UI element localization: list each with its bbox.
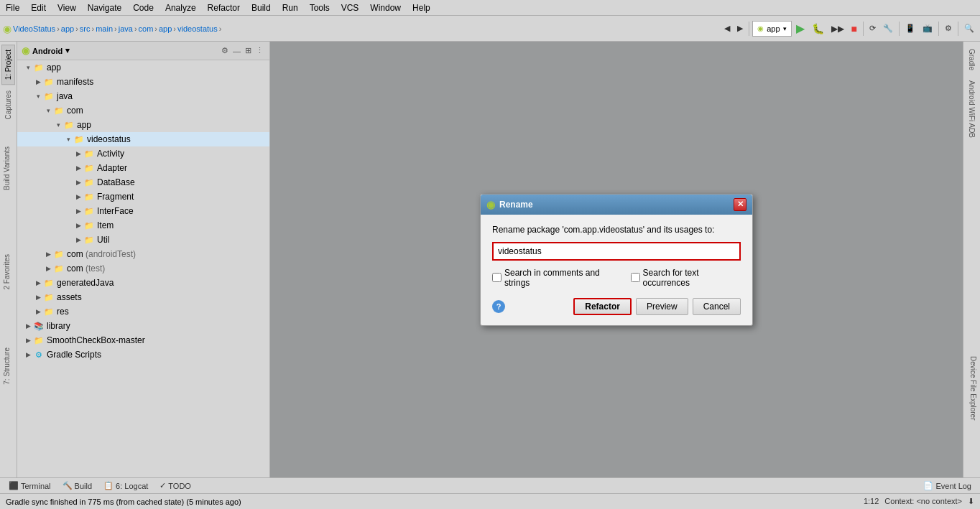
- left-sidebar: 1: Project Captures Build Variants 2 Fav…: [0, 42, 17, 477]
- menu-refactor[interactable]: Refactor: [202, 1, 246, 14]
- tree-item-generatedjava[interactable]: ▶ 📁 generatedJava: [17, 276, 269, 290]
- right-tab-device-explorer[interactable]: Device File Explorer: [968, 353, 979, 423]
- menu-vcs[interactable]: VCS: [336, 1, 365, 14]
- breadcrumb: ◉ VideoStatus › app › src › main › java …: [3, 23, 221, 34]
- tree-item-fragment[interactable]: ▶ 📁 Fragment: [17, 190, 269, 204]
- rename-input[interactable]: [492, 242, 741, 261]
- checkbox-comments-input[interactable]: [492, 273, 501, 282]
- menu-build[interactable]: Build: [246, 1, 277, 14]
- tree-item-util[interactable]: ▶ 📁 Util: [17, 233, 269, 247]
- bottom-tab-build[interactable]: 🔨 Build: [60, 480, 95, 491]
- tree-item-java[interactable]: ▾ 📁 java: [17, 89, 269, 103]
- tree-item-com-androidtest[interactable]: ▶ 📁 com (androidTest): [17, 247, 269, 261]
- bottom-tab-todo[interactable]: ✓ TODO: [157, 480, 194, 491]
- tree-item-app[interactable]: ▾ 📁 app: [17, 60, 269, 75]
- tree-item-com-test[interactable]: ▶ 📁 com (test): [17, 261, 269, 276]
- menu-window[interactable]: Window: [364, 1, 407, 14]
- project-panel: ◉ Android ▾ ⚙ — ⊞ ⋮ ▾ 📁 app ▶: [17, 42, 270, 477]
- tree-item-library[interactable]: ▶ 📚 library: [17, 319, 269, 333]
- gradle-btn[interactable]: 🔧: [880, 22, 896, 34]
- debug-button[interactable]: 🐛: [809, 22, 827, 36]
- menu-view[interactable]: View: [52, 1, 82, 14]
- search-btn[interactable]: 🔍: [961, 22, 977, 34]
- modal-footer: ? Refactor Preview Cancel: [492, 298, 741, 315]
- tree-item-manifests[interactable]: ▶ 📁 manifests: [17, 75, 269, 89]
- expand-arrow-database: ▶: [73, 179, 83, 186]
- panel-dropdown-arrow[interactable]: ▾: [65, 46, 70, 55]
- expand-arrow-library: ▶: [23, 322, 33, 330]
- menu-code[interactable]: Code: [127, 1, 160, 14]
- tree-item-app-inner[interactable]: ▾ 📁 app: [17, 118, 269, 132]
- refactor-button[interactable]: Refactor: [573, 298, 632, 315]
- event-log-icon: 📄: [923, 481, 933, 490]
- run-config-dropdown[interactable]: ◉ app ▾: [752, 21, 791, 37]
- tree-item-gradle-scripts[interactable]: ▶ ⚙ Gradle Scripts: [17, 347, 269, 362]
- gradle-icon: ⚙: [33, 349, 45, 360]
- panel-collapse-btn[interactable]: —: [231, 45, 242, 56]
- bottom-tab-terminal[interactable]: ⬛ Terminal: [6, 480, 54, 491]
- left-tab-build-variants[interactable]: Build Variants: [1, 144, 12, 193]
- stop-button[interactable]: ■: [849, 22, 860, 36]
- checkbox-comments[interactable]: Search in comments and strings: [492, 268, 619, 288]
- tree-item-res[interactable]: ▶ 📁 res: [17, 304, 269, 319]
- left-tab-favorites[interactable]: 2 Favorites: [1, 251, 12, 292]
- toolbar-sep3: [899, 22, 900, 36]
- toolbar-forward-btn[interactable]: ▶: [734, 22, 746, 34]
- menu-edit[interactable]: Edit: [25, 1, 52, 14]
- tree-item-adapter[interactable]: ▶ 📁 Adapter: [17, 161, 269, 175]
- tree-item-com[interactable]: ▾ 📁 com: [17, 103, 269, 118]
- run-with-coverage-btn[interactable]: ▶▶: [828, 22, 847, 35]
- tree-item-assets[interactable]: ▶ 📁 assets: [17, 290, 269, 304]
- tree-item-item[interactable]: ▶ 📁 Item: [17, 218, 269, 233]
- build-icon: 🔨: [63, 481, 73, 490]
- folder-icon-app-inner: 📁: [63, 119, 75, 131]
- tree-item-videostatus[interactable]: ▾ 📁 videostatus: [17, 132, 269, 146]
- folder-icon-assets: 📁: [43, 291, 55, 303]
- left-tab-captures[interactable]: Captures: [2, 86, 14, 124]
- menu-analyze[interactable]: Analyze: [160, 1, 202, 14]
- left-tab-project[interactable]: 1: Project: [1, 45, 15, 85]
- checkbox-text-input[interactable]: [631, 273, 640, 282]
- right-tab-gradle[interactable]: Gradle: [966, 45, 978, 75]
- run-button[interactable]: ▶: [793, 20, 808, 37]
- panel-header: ◉ Android ▾ ⚙ — ⊞ ⋮: [17, 42, 269, 60]
- checkbox-text[interactable]: Search for text occurrences: [631, 268, 741, 288]
- breadcrumb-videostatus[interactable]: VideoStatus: [13, 24, 55, 33]
- tree-item-activity[interactable]: ▶ 📁 Activity: [17, 146, 269, 161]
- help-button[interactable]: ?: [492, 300, 505, 313]
- tree-item-interface[interactable]: ▶ 📁 InterFace: [17, 204, 269, 218]
- breadcrumb-com[interactable]: com: [139, 24, 154, 33]
- modal-title: ◉ Rename: [486, 199, 533, 210]
- breadcrumb-java[interactable]: java: [119, 24, 133, 33]
- panel-settings-btn[interactable]: ⚙: [220, 45, 230, 56]
- breadcrumb-app2[interactable]: app: [159, 24, 172, 33]
- panel-expand-btn[interactable]: ⊞: [244, 45, 253, 56]
- tree-label-smoothcheckbox: SmoothCheckBox-master: [47, 335, 145, 345]
- left-tab-structure[interactable]: 7: Structure: [1, 345, 12, 388]
- event-log-tab[interactable]: 📄 Event Log: [920, 480, 974, 491]
- bottom-tab-logcat[interactable]: 📋 6: Logcat: [101, 480, 151, 491]
- toolbar-back-btn[interactable]: ◀: [721, 22, 733, 34]
- menu-help[interactable]: Help: [407, 1, 436, 14]
- settings-btn[interactable]: ⚙: [942, 22, 955, 34]
- tree-item-smoothcheckbox[interactable]: ▶ 📁 SmoothCheckBox-master: [17, 333, 269, 347]
- folder-icon-smoothcheckbox: 📁: [33, 335, 45, 346]
- breadcrumb-src[interactable]: src: [80, 24, 91, 33]
- sdk-manager-btn[interactable]: 📱: [902, 22, 918, 34]
- cancel-button[interactable]: Cancel: [693, 298, 741, 315]
- avd-manager-btn[interactable]: 📺: [920, 22, 935, 34]
- menu-navigate[interactable]: Navigate: [82, 1, 127, 14]
- modal-close-button[interactable]: ✕: [734, 198, 746, 211]
- menu-file[interactable]: File: [0, 1, 25, 14]
- breadcrumb-main[interactable]: main: [96, 24, 113, 33]
- menu-tools[interactable]: Tools: [304, 1, 336, 14]
- breadcrumb-videostatus2[interactable]: videostatus: [177, 24, 218, 33]
- menu-run[interactable]: Run: [277, 1, 304, 14]
- panel-gear-btn[interactable]: ⋮: [254, 45, 265, 56]
- preview-button[interactable]: Preview: [636, 298, 688, 315]
- right-tab-wifi-adb[interactable]: Android WiFi ADB: [966, 76, 978, 142]
- sync-btn[interactable]: ⟳: [866, 22, 879, 34]
- tree-item-database[interactable]: ▶ 📁 DataBase: [17, 175, 269, 190]
- breadcrumb-app[interactable]: app: [61, 24, 74, 33]
- menu-bar: File Edit View Navigate Code Analyze Ref…: [0, 0, 980, 16]
